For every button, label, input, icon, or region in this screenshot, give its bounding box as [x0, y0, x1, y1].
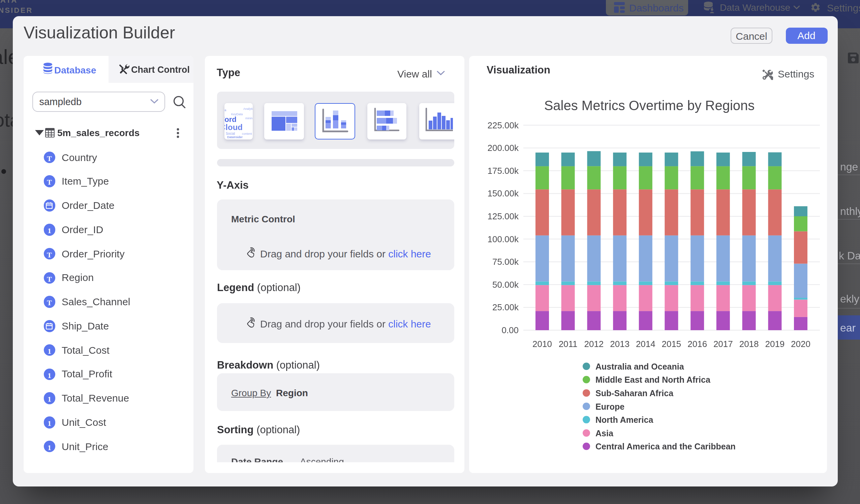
svg-text:2019: 2019: [765, 339, 784, 349]
svg-text:Europe: Europe: [595, 402, 624, 411]
svg-text:75.00k: 75.00k: [492, 257, 519, 267]
svg-text:North America: North America: [595, 415, 653, 424]
svg-text:Sales Metrics Overtime by Regi: Sales Metrics Overtime by Regions: [544, 98, 755, 113]
svg-text:2016: 2016: [687, 339, 707, 349]
svg-text:100.00k: 100.00k: [487, 234, 519, 244]
svg-text:Australia and Oceania: Australia and Oceania: [595, 362, 684, 371]
svg-text:125.00k: 125.00k: [487, 211, 519, 221]
svg-text:2014: 2014: [635, 339, 655, 349]
svg-text:225.00k: 225.00k: [487, 120, 519, 130]
svg-text:25.00k: 25.00k: [492, 302, 519, 312]
svg-text:Asia: Asia: [595, 429, 613, 438]
svg-text:2017: 2017: [713, 339, 733, 349]
svg-text:2010: 2010: [532, 339, 551, 349]
svg-text:2011: 2011: [558, 339, 577, 349]
svg-text:2012: 2012: [584, 339, 603, 349]
svg-text:2018: 2018: [739, 339, 759, 349]
svg-text:175.00k: 175.00k: [487, 166, 519, 176]
svg-text:200.00k: 200.00k: [487, 143, 519, 153]
svg-text:2015: 2015: [661, 339, 681, 349]
svg-text:Sub-Saharan Africa: Sub-Saharan Africa: [595, 388, 673, 398]
svg-text:2013: 2013: [610, 339, 629, 349]
svg-text:0.00: 0.00: [501, 325, 518, 335]
svg-text:50.00k: 50.00k: [492, 279, 519, 290]
svg-text:Middle East and North Africa: Middle East and North Africa: [595, 375, 711, 385]
svg-text:2020: 2020: [791, 339, 810, 349]
svg-text:Central America and the Caribb: Central America and the Caribbean: [595, 442, 735, 451]
svg-text:150.00k: 150.00k: [487, 188, 519, 199]
